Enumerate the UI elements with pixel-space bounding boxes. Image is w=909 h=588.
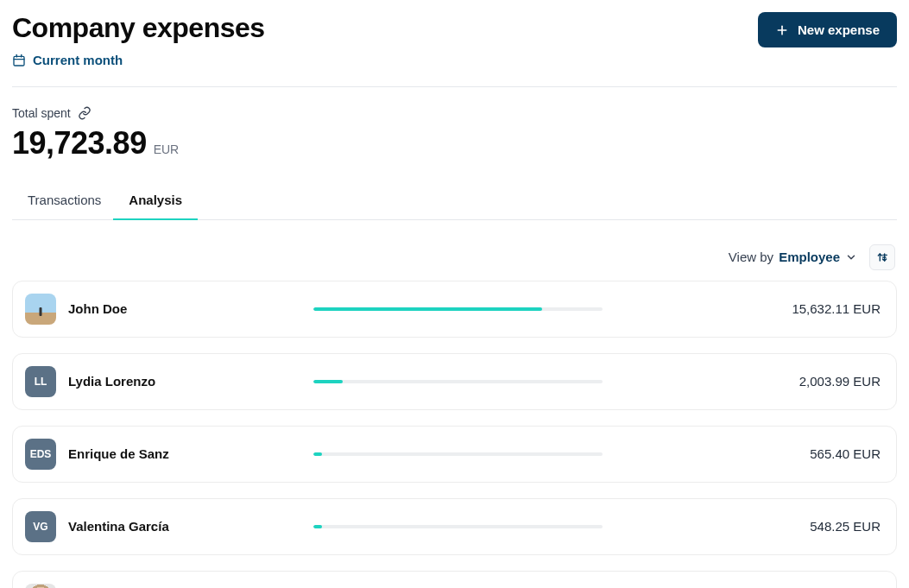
avatar: EDS xyxy=(25,439,56,470)
progress-bar xyxy=(313,380,603,383)
tabs: Transactions Analysis xyxy=(12,193,897,220)
list-item[interactable]: VGValentina García548.25 EUR xyxy=(12,498,897,555)
employee-list: John Doe15,632.11 EURLLLydia Lorenzo2,00… xyxy=(12,281,897,589)
progress-bar xyxy=(313,525,603,528)
employee-amount: 2,003.99 EUR xyxy=(725,374,881,389)
divider xyxy=(12,86,897,87)
tab-transactions[interactable]: Transactions xyxy=(28,193,101,219)
progress-bar xyxy=(313,307,603,311)
date-filter-label: Current month xyxy=(33,53,123,67)
progress-bar-fill xyxy=(313,525,322,528)
chevron-down-icon xyxy=(845,251,857,263)
list-item[interactable]: John Doe15,632.11 EUR xyxy=(12,281,897,338)
total-currency: EUR xyxy=(154,142,180,156)
new-expense-label: New expense xyxy=(798,22,880,37)
employee-name: Valentina García xyxy=(68,519,301,534)
progress-bar-fill xyxy=(313,452,322,456)
page-title: Company expenses xyxy=(12,12,265,44)
viewby-value: Employee xyxy=(779,250,840,264)
avatar: VG xyxy=(25,511,56,542)
new-expense-button[interactable]: New expense xyxy=(758,12,897,47)
employee-amount: 565.40 EUR xyxy=(725,446,881,461)
progress-bar-fill xyxy=(313,380,343,383)
avatar xyxy=(25,294,56,325)
sort-icon xyxy=(875,250,889,264)
viewby-prefix: View by xyxy=(729,250,773,264)
avatar: LL xyxy=(25,366,56,397)
sort-button[interactable] xyxy=(869,244,895,270)
list-item[interactable]: EDSEnrique de Sanz565.40 EUR xyxy=(12,426,897,483)
employee-amount: 548.25 EUR xyxy=(725,519,881,534)
list-item[interactable]: LLLydia Lorenzo2,003.99 EUR xyxy=(12,353,897,410)
employee-name: Enrique de Sanz xyxy=(68,446,301,461)
progress-bar xyxy=(313,452,603,456)
list-item[interactable]: Ernesto Manfreddi381.67 EUR xyxy=(12,571,897,589)
viewby-dropdown[interactable]: View by Employee xyxy=(729,250,857,264)
total-amount: 19,723.89 xyxy=(12,125,147,161)
link-icon[interactable] xyxy=(78,106,92,120)
employee-name: Lydia Lorenzo xyxy=(68,374,301,389)
date-filter[interactable]: Current month xyxy=(12,53,123,67)
tab-analysis[interactable]: Analysis xyxy=(129,193,182,219)
calendar-icon xyxy=(12,54,26,67)
total-spent-label: Total spent xyxy=(12,106,71,120)
employee-amount: 15,632.11 EUR xyxy=(725,301,881,316)
employee-name: John Doe xyxy=(68,301,301,316)
svg-rect-0 xyxy=(14,56,24,66)
avatar xyxy=(25,584,56,589)
plus-icon xyxy=(775,23,789,37)
progress-bar-fill xyxy=(313,307,542,311)
